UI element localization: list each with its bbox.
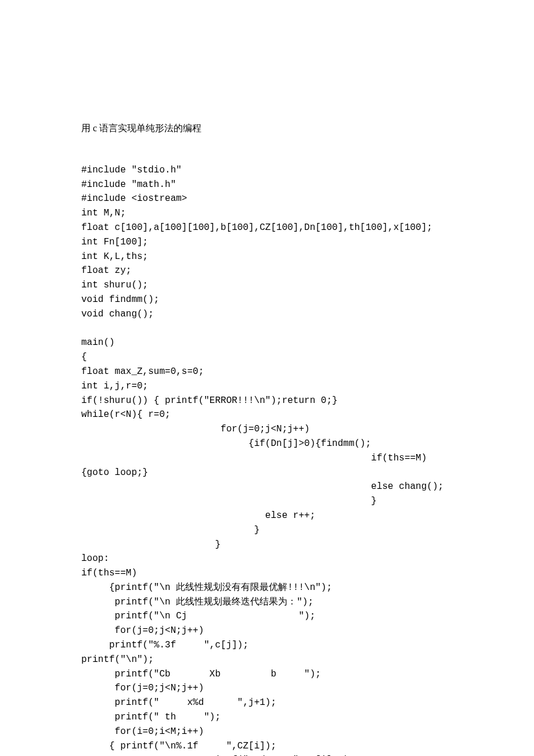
code-block: #include "stdio.h" #include "math.h" #in… [81, 163, 459, 756]
document-title: 用 c 语言实现单纯形法的编程 [81, 121, 459, 136]
